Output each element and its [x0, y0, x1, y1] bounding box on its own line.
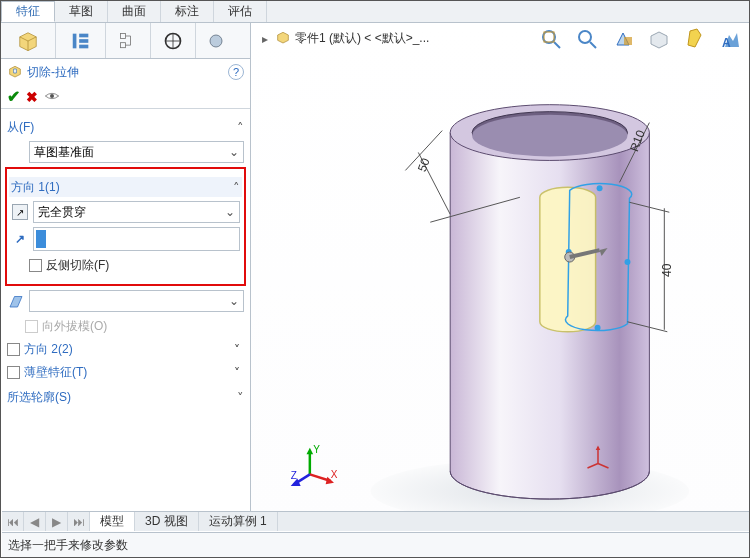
tab-model[interactable]: 模型 — [90, 512, 135, 531]
svg-rect-3 — [79, 44, 88, 48]
chevron-down-icon: ˅ — [234, 366, 240, 380]
model-origin-triad — [583, 441, 613, 471]
draft-outward-checkbox: 向外拔模(O) — [25, 318, 240, 335]
status-text: 选择一把手来修改参数 — [8, 537, 128, 554]
draft-icon — [7, 292, 25, 310]
feature-name-label: 切除-拉伸 — [27, 64, 79, 81]
dimxpert-tab[interactable] — [151, 23, 196, 58]
svg-text:Z: Z — [291, 470, 297, 481]
view-triad: Y X Z — [289, 441, 339, 491]
svg-point-18 — [597, 185, 603, 191]
svg-rect-1 — [79, 33, 88, 37]
tab-sketch[interactable]: 草图 — [55, 1, 108, 22]
feature-title-row: 切除-拉伸 ? — [1, 59, 250, 85]
end-condition-value: 完全贯穿 — [38, 204, 86, 221]
tab-surface[interactable]: 曲面 — [108, 1, 161, 22]
section-from[interactable]: 从(F) ˄ — [5, 117, 246, 137]
dim-50: 50 — [415, 156, 433, 174]
tab-3dview[interactable]: 3D 视图 — [135, 512, 199, 531]
config-manager-tab[interactable] — [106, 23, 151, 58]
tab-prev[interactable]: ◀ — [24, 512, 46, 531]
property-manager-tab[interactable] — [56, 23, 106, 58]
chevron-down-icon: ˅ — [234, 343, 240, 357]
section-direction2[interactable]: 方向 2(2) ˅ — [7, 341, 240, 358]
tab-first[interactable]: ⏮ — [2, 512, 24, 531]
from-select-value: 草图基准面 — [34, 144, 94, 161]
section-from-label: 从(F) — [7, 119, 34, 136]
section-thin-feature[interactable]: 薄壁特征(T) ˅ — [7, 364, 240, 381]
chevron-up-icon: ˄ — [237, 120, 244, 135]
section-direction1-label: 方向 1(1) — [11, 179, 60, 196]
ok-button[interactable]: ✔ — [7, 87, 20, 106]
svg-rect-2 — [79, 39, 88, 43]
section-thin-label: 薄壁特征(T) — [24, 364, 87, 381]
tab-annotation[interactable]: 标注 — [161, 1, 214, 22]
dim-40: 40 — [660, 263, 674, 277]
status-bar: 选择一把手来修改参数 — [2, 532, 750, 557]
tab-evaluate[interactable]: 评估 — [214, 1, 267, 22]
section-direction1[interactable]: 方向 1(1) ˄ — [9, 177, 242, 197]
direction-vector-input[interactable] — [33, 227, 240, 251]
direction-vector-icon: ↗ — [11, 232, 29, 246]
svg-rect-4 — [121, 33, 126, 38]
preview-toggle[interactable] — [44, 89, 60, 105]
reverse-direction-button[interactable]: ↗ — [12, 204, 28, 220]
feature-manager-tab[interactable] — [1, 23, 56, 58]
tab-last[interactable]: ⏭ — [68, 512, 90, 531]
chevron-up-icon: ˄ — [233, 180, 240, 195]
chevron-down-icon: ˅ — [237, 390, 244, 405]
flip-side-checkbox[interactable]: 反侧切除(F) — [29, 257, 236, 274]
section-direction2-label: 方向 2(2) — [24, 341, 73, 358]
svg-rect-5 — [121, 42, 126, 47]
cancel-button[interactable]: ✖ — [26, 89, 38, 105]
tab-motion-study[interactable]: 运动算例 1 — [199, 512, 278, 531]
svg-point-7 — [210, 35, 222, 47]
graphics-area[interactable]: ▸ 零件1 (默认) < <默认>_... A — [251, 23, 749, 531]
draft-outward-label: 向外拔模(O) — [42, 318, 107, 335]
direction1-highlight-box: 方向 1(1) ˄ ↗ 完全贯穿 ⌄ ↗ — [5, 167, 246, 286]
cut-extrude-icon — [7, 63, 23, 82]
tab-next[interactable]: ▶ — [46, 512, 68, 531]
flip-side-label: 反侧切除(F) — [46, 257, 109, 274]
dropdown-icon: ⌄ — [229, 145, 239, 159]
svg-point-19 — [624, 259, 630, 265]
dropdown-icon: ⌄ — [229, 294, 239, 308]
from-select[interactable]: 草图基准面 ⌄ — [29, 141, 244, 163]
property-manager-panel: 切除-拉伸 ? ✔ ✖ 从(F) ˄ 草图基准面 ⌄ — [1, 23, 251, 531]
svg-rect-0 — [72, 33, 76, 48]
draft-select[interactable]: ⌄ — [29, 290, 244, 312]
svg-text:Y: Y — [313, 444, 320, 455]
svg-text:X: X — [331, 469, 338, 480]
feature-ribbon-tabs: 特征 草图 曲面 标注 评估 — [1, 1, 749, 23]
help-icon[interactable]: ? — [228, 64, 244, 80]
svg-point-17 — [472, 115, 627, 157]
feature-manager-tab-row — [1, 23, 250, 59]
end-condition-select[interactable]: 完全贯穿 ⌄ — [33, 201, 240, 223]
dropdown-icon: ⌄ — [225, 205, 235, 219]
section-selected-contours[interactable]: 所选轮廓(S) ˅ — [5, 387, 246, 407]
tab-feature[interactable]: 特征 — [1, 1, 55, 22]
svg-point-8 — [50, 94, 54, 98]
section-contours-label: 所选轮廓(S) — [7, 389, 71, 406]
svg-point-20 — [595, 325, 601, 331]
display-manager-tab[interactable] — [196, 23, 236, 58]
bottom-tab-strip: ⏮ ◀ ▶ ⏭ 模型 3D 视图 运动算例 1 — [2, 511, 750, 531]
